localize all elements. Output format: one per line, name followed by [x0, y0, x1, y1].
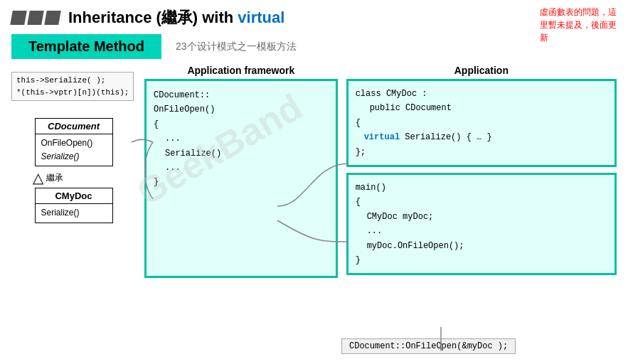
- serialize-line1: this->Serialize( );: [16, 76, 105, 85]
- app-upper-4: };: [356, 145, 607, 159]
- framework-code: CDocument:: OnFileOpen() { ... Serialize…: [154, 88, 329, 190]
- app-lower-code: main() { CMyDoc myDoc; ... myDoc.OnFileO…: [356, 181, 607, 267]
- uml-container: CDocument OnFileOpen() Serialize() △ 繼承 …: [11, 118, 136, 223]
- header: Inheritance (繼承) with virtual: [0, 0, 628, 31]
- template-banner: Template Method: [11, 34, 161, 59]
- top-note-line2: 里暫未提及，後面更: [540, 20, 617, 30]
- uml-cdocument: CDocument OnFileOpen() Serialize(): [35, 118, 113, 166]
- app-lower-4: myDoc.OnFileOpen();: [367, 239, 607, 253]
- app-upper-box: class CMyDoc : public CDocument { virtua…: [346, 79, 617, 167]
- uml-cmydoc: CMyDoc Serialize(): [35, 188, 113, 223]
- header-title: Inheritance (繼承) with virtual: [68, 7, 284, 28]
- serialize-line2: *(this->vptr)[n])(this);: [16, 88, 129, 97]
- fw-code-2: {: [154, 117, 329, 132]
- uml-cdocument-method2: Serialize(): [41, 150, 107, 164]
- banner-label: Template Method: [28, 38, 144, 54]
- application-section: Application class CMyDoc : public CDocum…: [346, 65, 617, 278]
- app-upper-1: public CDocument: [370, 101, 607, 115]
- banner-row: Template Method 23个设计模式之一模板方法: [0, 31, 628, 62]
- app-lower-3: ...: [367, 224, 607, 238]
- uml-cdocument-name: CDocument: [48, 121, 100, 132]
- uml-cmydoc-header: CMyDoc: [36, 188, 112, 204]
- fw-code-3: ...: [165, 132, 329, 146]
- app-upper-2: {: [356, 116, 607, 130]
- icon-box-3: [44, 11, 61, 25]
- uml-arrow-row: △ 繼承: [11, 166, 136, 188]
- app-upper-3: virtual Serialize() { … }: [364, 130, 607, 144]
- header-icons: [11, 11, 60, 25]
- fw-code-5: ...: [165, 161, 329, 175]
- app-lower-box: main() { CMyDoc myDoc; ... myDoc.OnFileO…: [346, 173, 617, 275]
- uml-cmydoc-method1: Serialize(): [41, 206, 107, 220]
- fw-closing: }: [154, 175, 329, 189]
- bottom-note-text: CDocument::OnFileOpen(&myDoc );: [349, 341, 508, 351]
- app-upper-code: class CMyDoc : public CDocument { virtua…: [356, 87, 607, 159]
- header-title-text: Inheritance (繼承) with: [68, 9, 238, 26]
- uml-cmydoc-body: Serialize(): [36, 204, 112, 222]
- top-note: 虛函數表的問題，這 里暫未提及，後面更 新: [540, 6, 617, 44]
- uml-cdocument-body: OnFileOpen() Serialize(): [36, 134, 112, 166]
- fw-code-4: Serialize(): [165, 146, 329, 161]
- main-content: this->Serialize( ); *(this->vptr)[n])(th…: [0, 62, 628, 281]
- banner-subtitle: 23个设计模式之一模板方法: [176, 41, 297, 53]
- uml-cdocument-method1: OnFileOpen(): [41, 136, 107, 150]
- virtual-keyword: virtual: [364, 132, 400, 142]
- framework-section: Application framework CDocument:: OnFile…: [144, 65, 338, 278]
- application-title: Application: [346, 65, 617, 76]
- app-lower-2: CMyDoc myDoc;: [367, 210, 607, 224]
- uml-cdocument-header: CDocument: [36, 119, 112, 134]
- icon-box-2: [27, 11, 44, 25]
- inherit-arrow-icon: △: [33, 169, 43, 186]
- framework-title: Application framework: [144, 65, 338, 76]
- header-virtual: virtual: [238, 9, 284, 26]
- app-lower-1: {: [356, 195, 607, 209]
- app-lower-5: }: [356, 253, 607, 267]
- framework-box: CDocument:: OnFileOpen() { ... Serialize…: [144, 79, 338, 278]
- app-upper-0: class CMyDoc :: [356, 87, 607, 101]
- serialize-code-box: this->Serialize( ); *(this->vptr)[n])(th…: [11, 72, 134, 101]
- inherit-label: 繼承: [46, 172, 63, 184]
- fw-code-1: OnFileOpen(): [154, 102, 329, 117]
- fw-code-0: CDocument::: [154, 88, 329, 102]
- uml-cmydoc-name: CMyDoc: [55, 191, 92, 201]
- top-note-line1: 虛函數表的問題，這: [540, 7, 617, 17]
- bottom-note: CDocument::OnFileOpen(&myDoc );: [341, 338, 516, 354]
- top-note-line3: 新: [540, 33, 548, 43]
- app-lower-0: main(): [356, 181, 607, 195]
- left-panel: this->Serialize( ); *(this->vptr)[n])(th…: [11, 65, 136, 278]
- icon-box-1: [10, 11, 27, 25]
